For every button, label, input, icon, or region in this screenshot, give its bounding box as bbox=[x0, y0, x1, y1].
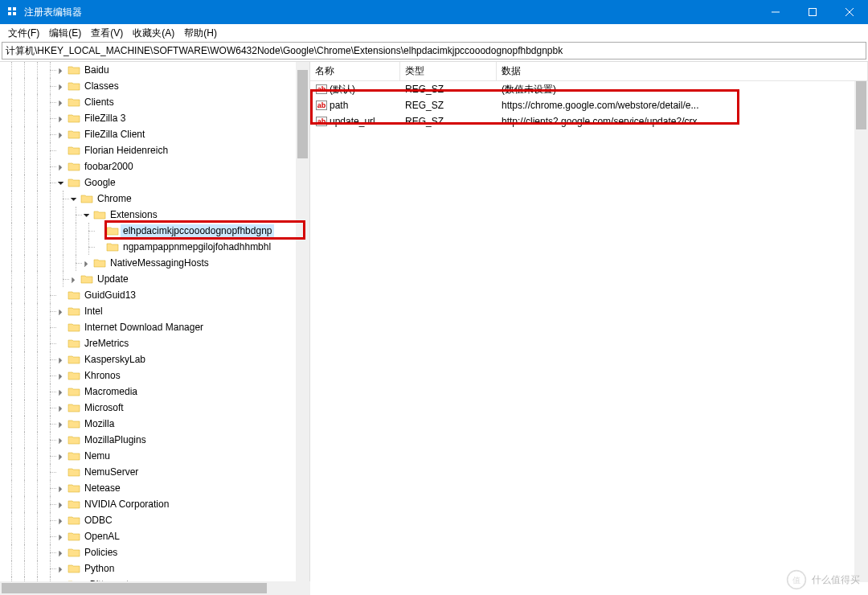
chevron-right-icon[interactable]: ⏵ bbox=[56, 82, 66, 91]
titlebar[interactable]: 注册表编辑器 bbox=[0, 0, 868, 24]
tree-item[interactable]: ⏵Macromedia bbox=[0, 384, 309, 400]
tree-item-label: NemuServer bbox=[82, 466, 141, 478]
chevron-right-icon[interactable]: ⏵ bbox=[56, 98, 66, 107]
tree-item[interactable]: ⏵NativeMessagingHosts bbox=[0, 255, 309, 271]
value-type: REG_SZ bbox=[400, 99, 497, 112]
window-title: 注册表编辑器 bbox=[24, 6, 757, 19]
chevron-none bbox=[56, 291, 66, 300]
chevron-right-icon[interactable]: ⏵ bbox=[56, 114, 66, 123]
tree-item[interactable]: elhpdacimkjpccooodognopfhbdgnp bbox=[0, 223, 309, 239]
tree-item[interactable]: ⏵Mozilla bbox=[0, 416, 309, 432]
close-button[interactable] bbox=[831, 0, 868, 24]
tree-item[interactable]: ⏵Khronos bbox=[0, 367, 309, 384]
folder-icon bbox=[68, 563, 80, 574]
chevron-down-icon[interactable]: ⏷ bbox=[56, 178, 66, 187]
scroll-thumb-h[interactable] bbox=[2, 583, 267, 593]
chevron-right-icon[interactable]: ⏵ bbox=[56, 130, 66, 139]
tree-item[interactable]: Florian Heidenreich bbox=[0, 142, 309, 158]
tree-item[interactable]: ⏵ODBC bbox=[0, 512, 309, 528]
tree-item[interactable]: ⏵MozillaPlugins bbox=[0, 432, 309, 448]
tree-item[interactable]: ⏷Extensions bbox=[0, 207, 309, 223]
chevron-right-icon[interactable]: ⏵ bbox=[56, 516, 66, 525]
chevron-right-icon[interactable]: ⏵ bbox=[56, 500, 66, 509]
tree-item[interactable]: ⏵Classes bbox=[0, 78, 309, 94]
list-row[interactable]: abupdate_urlREG_SZhttp://clients2.google… bbox=[310, 113, 868, 129]
tree-item[interactable]: ⏵OpenAL bbox=[0, 528, 309, 544]
svg-rect-5 bbox=[809, 9, 817, 16]
folder-icon bbox=[68, 322, 80, 333]
tree-scrollbar[interactable] bbox=[296, 62, 309, 582]
scroll-thumb[interactable] bbox=[297, 70, 308, 158]
tree-item[interactable]: ⏵FileZilla Client bbox=[0, 126, 309, 142]
tree-item[interactable]: ⏵Netease bbox=[0, 480, 309, 496]
svg-rect-2 bbox=[8, 12, 11, 15]
menu-file[interactable]: 文件(F) bbox=[3, 25, 44, 42]
chevron-down-icon[interactable]: ⏷ bbox=[69, 195, 79, 203]
maximize-button[interactable] bbox=[794, 0, 831, 24]
column-name[interactable]: 名称 bbox=[310, 62, 400, 80]
tree-item[interactable]: NemuServer bbox=[0, 464, 309, 480]
tree-item[interactable]: ⏵Policies bbox=[0, 544, 309, 560]
folder-icon bbox=[68, 450, 80, 462]
tree-item[interactable]: Internet Download Manager bbox=[0, 319, 309, 335]
chevron-down-icon[interactable]: ⏷ bbox=[82, 211, 92, 220]
tree-scrollbar-h[interactable] bbox=[0, 581, 310, 595]
column-type[interactable]: 类型 bbox=[400, 62, 497, 80]
chevron-right-icon[interactable]: ⏵ bbox=[56, 162, 66, 171]
string-value-icon: ab bbox=[315, 100, 328, 111]
tree-item[interactable]: ⏵Intel bbox=[0, 303, 309, 319]
tree-item[interactable]: ⏵Microsoft bbox=[0, 400, 309, 416]
tree-item[interactable]: JreMetrics bbox=[0, 335, 309, 351]
chevron-right-icon[interactable]: ⏵ bbox=[56, 404, 66, 412]
tree-item[interactable]: ⏵FileZilla 3 bbox=[0, 110, 309, 126]
tree-item[interactable]: ngpampappnmepgilojfohadhhmbhl bbox=[0, 239, 309, 255]
chevron-right-icon[interactable]: ⏵ bbox=[56, 388, 66, 396]
menu-edit[interactable]: 编辑(E) bbox=[44, 25, 86, 42]
value-data: (数值未设置) bbox=[497, 82, 868, 97]
tree-item-label: Microsoft bbox=[82, 401, 126, 414]
key-tree[interactable]: ⏵Baidu⏵Classes⏵Clients⏵FileZilla 3⏵FileZ… bbox=[0, 62, 310, 582]
chevron-right-icon[interactable]: ⏵ bbox=[82, 259, 92, 268]
chevron-right-icon[interactable]: ⏵ bbox=[56, 484, 66, 493]
tree-item[interactable]: GuidGuid13 bbox=[0, 287, 309, 303]
folder-icon bbox=[68, 113, 80, 124]
chevron-right-icon[interactable]: ⏵ bbox=[56, 452, 66, 461]
menu-favorites[interactable]: 收藏夹(A) bbox=[128, 25, 179, 42]
chevron-right-icon[interactable]: ⏵ bbox=[56, 371, 66, 380]
chevron-right-icon[interactable]: ⏵ bbox=[56, 436, 66, 445]
value-list[interactable]: 名称 类型 数据 ab(默认)REG_SZ(数值未设置)abpathREG_SZ… bbox=[310, 62, 868, 582]
minimize-button[interactable] bbox=[757, 0, 794, 24]
tree-item-label: Classes bbox=[82, 80, 121, 92]
tree-item[interactable]: ⏵Nemu bbox=[0, 448, 309, 464]
value-type: REG_SZ bbox=[400, 115, 497, 128]
address-bar[interactable]: 计算机\HKEY_LOCAL_MACHINE\SOFTWARE\WOW6432N… bbox=[2, 42, 866, 60]
chevron-right-icon[interactable]: ⏵ bbox=[56, 66, 66, 75]
list-scroll-thumb[interactable] bbox=[856, 81, 866, 129]
column-data[interactable]: 数据 bbox=[497, 62, 868, 80]
folder-icon bbox=[80, 273, 93, 285]
chevron-right-icon[interactable]: ⏵ bbox=[56, 532, 66, 541]
tree-item-label: Chrome bbox=[95, 192, 134, 205]
menu-help[interactable]: 帮助(H) bbox=[179, 25, 222, 42]
chevron-right-icon[interactable]: ⏵ bbox=[69, 275, 79, 284]
tree-item-label: Clients bbox=[82, 96, 117, 109]
tree-item[interactable]: ⏵Clients bbox=[0, 94, 309, 110]
tree-item[interactable]: ⏷Google bbox=[0, 174, 309, 191]
tree-item[interactable]: ⏵foobar2000 bbox=[0, 158, 309, 174]
tree-item[interactable]: ⏵NVIDIA Corporation bbox=[0, 496, 309, 512]
tree-item[interactable]: ⏷Chrome bbox=[0, 191, 309, 207]
list-scrollbar[interactable] bbox=[854, 81, 868, 582]
tree-item[interactable]: ⏵KasperskyLab bbox=[0, 351, 309, 367]
chevron-right-icon[interactable]: ⏵ bbox=[56, 307, 66, 316]
tree-item[interactable]: ⏵Python bbox=[0, 560, 309, 577]
chevron-right-icon[interactable]: ⏵ bbox=[56, 420, 66, 429]
tree-item[interactable]: ⏵Update bbox=[0, 271, 309, 287]
list-row[interactable]: ab(默认)REG_SZ(数值未设置) bbox=[310, 81, 868, 97]
list-row[interactable]: abpathREG_SZhttps://chrome.google.com/we… bbox=[310, 97, 868, 113]
tree-item[interactable]: ⏵Baidu bbox=[0, 62, 309, 78]
chevron-right-icon[interactable]: ⏵ bbox=[56, 355, 66, 364]
chevron-right-icon[interactable]: ⏵ bbox=[56, 564, 66, 573]
tree-item-label: Baidu bbox=[82, 64, 112, 76]
chevron-right-icon[interactable]: ⏵ bbox=[56, 548, 66, 557]
menu-view[interactable]: 查看(V) bbox=[86, 25, 128, 42]
